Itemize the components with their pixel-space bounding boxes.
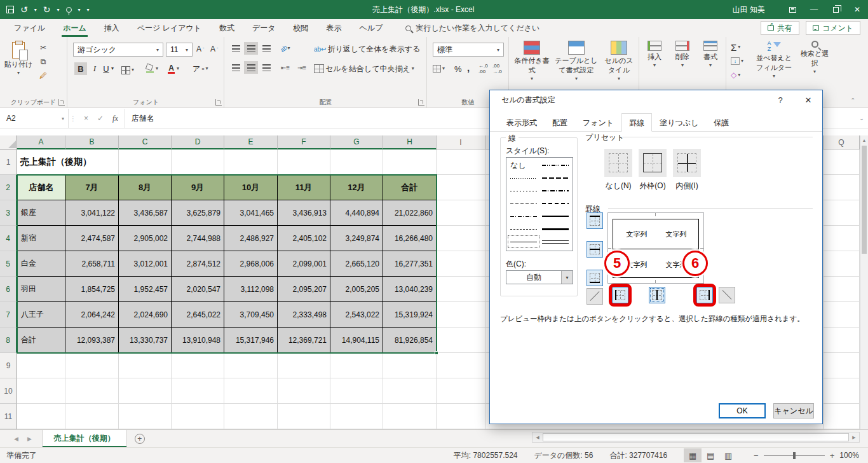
cell-G4[interactable]: 3,249,874	[330, 226, 383, 251]
cell-D5[interactable]: 2,874,512	[172, 251, 224, 277]
line-style-option-left-6[interactable]	[508, 235, 539, 248]
cell-I8[interactable]	[437, 328, 485, 353]
cell-F7[interactable]: 2,333,498	[278, 302, 330, 328]
phonetic-button[interactable]: ア≡▾	[193, 62, 208, 75]
select-all-button[interactable]	[0, 135, 17, 149]
cell-A2[interactable]: 店舗名	[17, 175, 65, 200]
cell-I10[interactable]	[437, 378, 485, 404]
ribbon-tab-3[interactable]: ページ レイアウト	[128, 19, 210, 37]
undo-icon[interactable]: ↺	[20, 5, 28, 14]
cell-C7[interactable]: 2,024,690	[119, 302, 172, 328]
italic-button[interactable]: I	[90, 62, 100, 75]
row-header-2[interactable]: 2	[0, 175, 17, 200]
ribbon-tab-4[interactable]: 数式	[210, 19, 243, 37]
cell-A4[interactable]: 新宿	[17, 226, 65, 251]
increase-indent-button[interactable]: ⇥≡	[295, 61, 309, 74]
ribbon-tab-8[interactable]: ヘルプ	[351, 19, 392, 37]
cell-C4[interactable]: 2,905,002	[119, 226, 172, 251]
cell-I9[interactable]	[437, 353, 485, 378]
cell-E7[interactable]: 3,709,450	[224, 302, 278, 328]
line-style-option-left-2[interactable]	[508, 184, 539, 197]
number-format-combo[interactable]: 標準▾	[433, 43, 504, 57]
cell-G7[interactable]: 2,543,022	[330, 302, 383, 328]
vertical-scrollbar[interactable]: ▲	[860, 135, 868, 429]
ribbon-tab-1[interactable]: ホーム	[54, 19, 95, 37]
cell-I4[interactable]	[437, 226, 485, 251]
copy-button[interactable]: ⧉	[37, 56, 50, 67]
line-color-combo[interactable]: 自動 ▾	[506, 270, 573, 284]
inner-vertical-border-button[interactable]	[649, 287, 665, 303]
cell-G8[interactable]: 14,904,115	[330, 328, 383, 353]
line-style-option-right-4[interactable]	[539, 210, 571, 223]
cell-H3[interactable]: 21,022,860	[383, 200, 437, 226]
line-style-option-left-4[interactable]	[508, 210, 539, 223]
name-box[interactable]: A2▾	[0, 109, 69, 128]
insert-cells-button[interactable]: 挿入▾	[641, 41, 668, 68]
font-name-combo[interactable]: 游ゴシック▾	[73, 43, 163, 57]
column-header-C[interactable]: C	[119, 135, 172, 149]
clear-button[interactable]: ◇▾	[731, 69, 740, 81]
cell-F4[interactable]: 2,405,102	[278, 226, 330, 251]
sort-filter-button[interactable]: AZ 並べ替えとフィルター▾	[754, 41, 794, 79]
cell-E2[interactable]: 10月	[224, 175, 278, 200]
font-name-dropdown-icon[interactable]: ▾	[153, 47, 163, 53]
horizontal-scrollbar[interactable]: ◀ ▶	[532, 432, 860, 443]
next-sheet-icon[interactable]: ▶	[27, 436, 32, 442]
cell-A10[interactable]	[17, 378, 65, 404]
cell-G5[interactable]: 2,665,120	[330, 251, 383, 277]
cell-F6[interactable]: 2,095,207	[278, 277, 330, 302]
cell-A6[interactable]: 羽田	[17, 277, 65, 302]
preset-none-button[interactable]	[604, 149, 632, 177]
cancel-entry-icon[interactable]: ×	[84, 114, 88, 123]
cell-A9[interactable]	[17, 353, 65, 378]
row-header-11[interactable]: 11	[0, 404, 17, 429]
diagonal-down-border-button[interactable]	[719, 287, 735, 303]
cell-B8[interactable]: 12,093,387	[65, 328, 119, 353]
horizontal-scrollbar-thumb[interactable]	[543, 433, 849, 441]
cell-B10[interactable]	[65, 378, 119, 404]
expand-formula-bar-icon[interactable]: ⌄	[855, 109, 868, 128]
column-header-B[interactable]: B	[65, 135, 119, 149]
dialog-close-button[interactable]: ✕	[794, 90, 822, 109]
cell-B9[interactable]	[65, 353, 119, 378]
find-select-button[interactable]: 検索と選択▾	[798, 41, 831, 74]
cell-H4[interactable]: 16,266,480	[383, 226, 437, 251]
row-header-6[interactable]: 6	[0, 277, 17, 302]
line-color-dropdown-icon[interactable]: ▾	[561, 271, 573, 284]
column-header-F[interactable]: F	[278, 135, 330, 149]
cell-F1[interactable]	[278, 149, 330, 175]
touch-mode-icon[interactable]	[66, 7, 72, 13]
cell-H11[interactable]	[383, 404, 437, 429]
page-break-view-button[interactable]: ▥	[719, 448, 737, 462]
collapse-ribbon-icon[interactable]: ⌃	[850, 97, 855, 104]
line-style-option-right-3[interactable]	[539, 197, 571, 210]
cell-E1[interactable]	[224, 149, 278, 175]
autosum-button[interactable]: Σ▾	[731, 41, 740, 53]
column-header-H[interactable]: H	[383, 135, 437, 149]
cell-Q5[interactable]	[824, 251, 860, 277]
clipboard-dialog-launcher[interactable]	[58, 99, 65, 106]
zoom-slider[interactable]	[764, 455, 825, 456]
cancel-button[interactable]: キャンセル	[773, 403, 814, 418]
cell-D4[interactable]: 2,744,988	[172, 226, 224, 251]
cell-I6[interactable]	[437, 277, 485, 302]
cell-E6[interactable]: 3,112,098	[224, 277, 278, 302]
underline-dropdown-icon[interactable]: ▾	[111, 62, 114, 75]
cell-A8[interactable]: 合計	[17, 328, 65, 353]
cell-F9[interactable]	[278, 353, 330, 378]
align-left-button[interactable]	[229, 61, 243, 74]
cell-I7[interactable]	[437, 302, 485, 328]
cell-Q8[interactable]	[824, 328, 860, 353]
line-style-option-left-0[interactable]: なし	[508, 159, 539, 172]
cell-G1[interactable]	[330, 149, 383, 175]
underline-button[interactable]: U	[101, 62, 111, 75]
font-size-dropdown-icon[interactable]: ▾	[182, 47, 192, 53]
cell-C5[interactable]: 3,012,001	[119, 251, 172, 277]
row-header-1[interactable]: 1	[0, 149, 17, 175]
ribbon-tab-7[interactable]: 表示	[318, 19, 351, 37]
cell-B3[interactable]: 3,041,122	[65, 200, 119, 226]
ribbon-display-options-button[interactable]	[782, 0, 803, 19]
line-style-option-right-0[interactable]	[539, 159, 571, 172]
cell-E11[interactable]	[224, 404, 278, 429]
accounting-format-button[interactable]: ▾	[433, 62, 445, 75]
